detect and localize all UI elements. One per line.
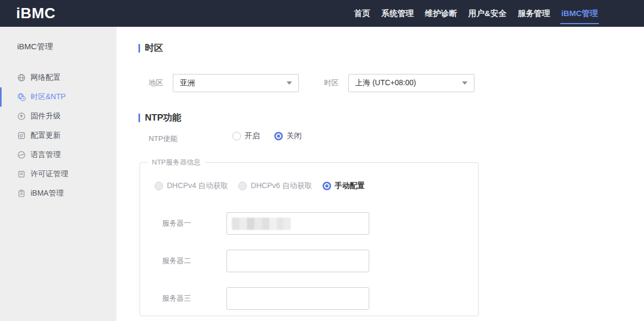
dhcpv6-auto-label: DHCPv6 自动获取 <box>251 181 312 191</box>
timezone-select-value: 上海 (UTC+08:00) <box>355 78 416 88</box>
sidebar-item-firmware-upgrade[interactable]: 固件升级 <box>0 107 116 126</box>
timezone-label: 时区 <box>324 78 339 88</box>
sidebar-item-language-management[interactable]: 语言管理 <box>0 145 116 165</box>
nav-item-user-security[interactable]: 用户&安全 <box>467 0 508 27</box>
ibmc-screen: iBMC 首页 系统管理 维护诊断 用户&安全 服务管理 iBMC管理 iBMC… <box>0 0 644 321</box>
ibma-clipboard-icon <box>17 189 26 198</box>
sidebar-item-license-management[interactable]: 许可证管理 <box>0 165 116 184</box>
ntp-enable-off-label: 关闭 <box>287 131 302 141</box>
manual-config-radio[interactable]: 手动配置 <box>323 181 365 191</box>
license-icon <box>17 170 26 178</box>
sidebar-item-label: iBMA管理 <box>31 189 63 198</box>
dhcpv4-auto-label: DHCPv4 自动获取 <box>167 181 228 191</box>
top-nav: 首页 系统管理 维护诊断 用户&安全 服务管理 iBMC管理 <box>353 0 599 27</box>
ntp-server-info-group: NTP服务器信息 DHCPv4 自动获取 DHCPv6 自动获取 手动配置 服务… <box>140 158 479 316</box>
ntp-enable-label: NTP使能 <box>149 134 178 144</box>
sidebar-item-timezone-ntp[interactable]: 时区&NTP <box>0 87 116 107</box>
firmware-upgrade-icon <box>17 112 26 121</box>
timezone-clock-icon <box>17 93 26 101</box>
server-three-input[interactable] <box>226 287 369 310</box>
dhcpv6-auto-radio: DHCPv6 自动获取 <box>238 181 312 191</box>
dhcpv4-auto-radio: DHCPv4 自动获取 <box>155 181 228 191</box>
sidebar-item-label: 配置更新 <box>31 131 61 140</box>
region-select[interactable]: 亚洲 <box>173 74 299 92</box>
ntp-section-title: NTP功能 <box>138 111 181 124</box>
ibmc-logo: iBMC <box>16 5 56 22</box>
server-two-row: 服务器二 <box>162 250 369 272</box>
ntp-enable-on-radio[interactable]: 开启 <box>232 131 260 141</box>
radio-checked-icon <box>274 132 283 140</box>
timezone-select[interactable]: 上海 (UTC+08:00) <box>348 74 474 92</box>
sidebar-item-label: 许可证管理 <box>31 169 68 179</box>
server-three-row: 服务器三 <box>162 287 369 310</box>
radio-unchecked-icon <box>232 132 241 140</box>
radio-disabled-icon <box>155 182 163 190</box>
ntp-enable-off-radio[interactable]: 关闭 <box>274 131 302 141</box>
ntp-server-mode-radio-group: DHCPv4 自动获取 DHCPv6 自动获取 手动配置 <box>155 181 365 191</box>
nav-item-service-management[interactable]: 服务管理 <box>517 0 551 27</box>
server-one-redacted-value <box>232 218 291 230</box>
sidebar-menu: 网络配置 时区&NTP 固件升级 <box>0 68 116 203</box>
language-icon <box>17 151 26 159</box>
ntp-enable-on-label: 开启 <box>245 131 260 141</box>
top-header-bar: iBMC 首页 系统管理 维护诊断 用户&安全 服务管理 iBMC管理 <box>0 0 644 27</box>
server-one-input[interactable] <box>226 212 369 235</box>
sidebar-item-config-update[interactable]: 配置更新 <box>0 126 116 145</box>
server-two-input[interactable] <box>226 250 369 272</box>
server-three-label: 服务器三 <box>162 294 195 303</box>
sidebar-item-label: 网络配置 <box>31 73 61 83</box>
sidebar-item-label: 固件升级 <box>31 111 61 121</box>
nav-item-ibmc-management[interactable]: iBMC管理 <box>560 0 599 27</box>
sidebar-title: iBMC管理 <box>0 27 116 52</box>
sidebar-item-label: 时区&NTP <box>31 92 65 102</box>
timezone-section-title: 时区 <box>138 42 163 54</box>
manual-config-label: 手动配置 <box>335 181 365 191</box>
network-globe-icon <box>17 73 26 82</box>
server-one-row: 服务器一 <box>162 212 369 235</box>
sidebar-item-network-config[interactable]: 网络配置 <box>0 68 116 87</box>
radio-disabled-icon <box>238 182 247 190</box>
ntp-server-info-legend: NTP服务器信息 <box>148 158 205 167</box>
chevron-down-icon <box>462 81 467 85</box>
region-label: 地区 <box>149 78 163 88</box>
server-two-label: 服务器二 <box>162 256 195 266</box>
nav-item-system-management[interactable]: 系统管理 <box>380 0 415 27</box>
sidebar: iBMC管理 网络配置 时区&NTP <box>0 27 116 321</box>
ntp-enable-radio-group: 开启 关闭 <box>232 131 302 141</box>
main-content: 时区 地区 亚洲 时区 上海 (UTC+08:00) NTP功能 NTP使能 开… <box>116 27 644 321</box>
config-update-icon <box>17 131 26 140</box>
nav-item-home[interactable]: 首页 <box>353 0 371 27</box>
sidebar-item-label: 语言管理 <box>31 150 61 160</box>
server-one-label: 服务器一 <box>162 219 195 228</box>
nav-item-maintenance-diagnostics[interactable]: 维护诊断 <box>424 0 458 27</box>
timezone-form-row: 地区 亚洲 时区 上海 (UTC+08:00) <box>149 74 474 92</box>
radio-checked-icon <box>323 182 331 190</box>
sidebar-item-ibma-management[interactable]: iBMA管理 <box>0 184 116 203</box>
chevron-down-icon <box>287 81 292 85</box>
region-select-value: 亚洲 <box>180 78 195 88</box>
